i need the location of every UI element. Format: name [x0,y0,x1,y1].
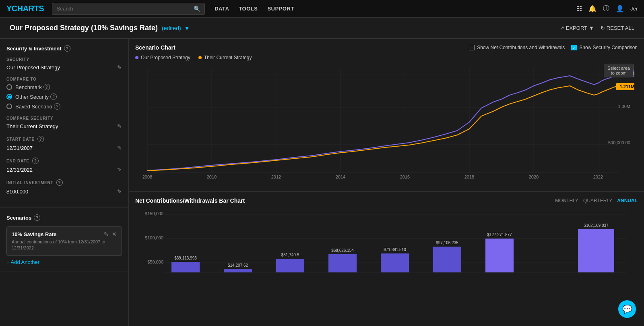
radio-benchmark[interactable]: Benchmark ? [6,84,122,90]
tab-annual[interactable]: ANNUAL [617,198,638,203]
scenarios-section-title: Scenarios ? [6,214,122,221]
svg-text:2012: 2012 [271,174,281,179]
radio-other-security-label: Other Security ? [15,93,57,100]
add-scenario-button[interactable]: + Add Another [6,259,122,265]
nav-data[interactable]: DATA [215,6,229,12]
tab-quarterly[interactable]: QUARTERLY [583,198,612,203]
bar-chart-section: Net Contributions/Withdrawals Bar Chart … [129,192,644,326]
search-bar[interactable]: 🔍 [52,3,205,15]
chart-legend: Our Proposed Strategy Their Current Stra… [135,55,638,60]
net-contributions-checkbox[interactable] [469,45,475,50]
start-date-field: START DATE ? 12/31/2007 ✎ [6,136,122,151]
radio-saved-scenario-label: Saved Scenario ? [15,103,60,110]
reset-button[interactable]: ↻ RESET ALL [601,25,634,31]
svg-text:2018: 2018 [464,174,474,179]
initial-investment-value-row: $100,000 ✎ [6,188,122,195]
scenario-actions: ✎ ✕ [104,231,117,237]
bar-chart-title: Net Contributions/Withdrawals Bar Chart [135,197,245,204]
security-section-label: Security & Investment [6,46,62,52]
sub-header: Our Proposed Strategy (10% Savings Rate)… [0,18,644,39]
top-nav: YCHARTS 🔍 DATA TOOLS SUPPORT ☷ 🔔 ⓘ 👤 Jer [0,0,644,18]
logo-text: CHARTS [12,4,44,13]
nav-tools[interactable]: TOOLS [239,6,258,12]
bar-3 [328,254,357,272]
scenario-item: 10% Savings Rate ✎ ✕ Annual contribution… [6,226,122,256]
zoom-hint: Select areato zoom [604,64,634,77]
notification-icon[interactable]: 🔔 [588,5,597,12]
net-contributions-control[interactable]: Show Net Contributions and Withdrawals [469,45,565,50]
bar-7 [578,229,614,272]
export-button[interactable]: ↗ EXPORT ▼ [560,25,594,31]
bar-chart-header: Net Contributions/Withdrawals Bar Chart … [135,197,638,204]
end-date-help-icon[interactable]: ? [32,158,39,164]
legend-dot-proposed [135,56,138,59]
svg-text:$39,113,993: $39,113,993 [174,256,197,260]
end-date-value-row: 12/31/2022 ✎ [6,166,122,173]
show-security-checkbox[interactable]: ✓ [571,45,577,50]
tab-monthly[interactable]: MONTHLY [555,198,578,203]
proposed-strategy-line [147,74,618,170]
start-date-edit-icon[interactable]: ✎ [117,145,122,151]
radio-saved-scenario-circle [6,104,12,109]
scenarios-help-icon[interactable]: ? [34,214,40,221]
svg-text:$71,891.510: $71,891.510 [384,247,406,252]
initial-investment-edit-icon[interactable]: ✎ [117,188,122,195]
show-security-control[interactable]: ✓ Show Security Comparison [571,45,638,50]
bar-chart-svg: .bar-grid { stroke: #333; stroke-width: … [135,208,634,289]
content-area: Scenario Chart Show Net Contributions an… [129,39,644,326]
svg-text:$162,169.037: $162,169.037 [584,223,609,228]
scenarios-section: Scenarios ? 10% Savings Rate ✎ ✕ Annual … [0,208,128,272]
end-date-field: END DATE ? 12/31/2022 ✎ [6,158,122,173]
saved-scenario-help-icon[interactable]: ? [54,103,60,110]
other-security-text: Other Security [15,94,49,100]
initial-investment-text: INITIAL INVESTMENT [6,181,53,185]
radio-saved-scenario[interactable]: Saved Scenario ? [6,103,122,110]
security-investment-section: Security & Investment ? SECURITY Our Pro… [0,39,128,208]
radio-other-security[interactable]: Other Security ? [6,93,122,100]
sub-header-right: ↗ EXPORT ▼ ↻ RESET ALL [560,25,634,31]
checkbox-check-icon: ✓ [572,46,576,50]
compare-security-edit-icon[interactable]: ✎ [117,123,122,129]
chart-title: Scenario Chart [135,44,175,51]
scenario-chart-section: Scenario Chart Show Net Contributions an… [129,39,644,192]
user-avatar[interactable]: 👤 [616,5,624,12]
bar-1 [224,269,252,272]
bar-2 [276,259,304,272]
scenario-chart-svg[interactable]: .grid-line { stroke: #333; stroke-width:… [135,64,634,181]
svg-text:2016: 2016 [400,174,410,179]
start-date-text: START DATE [6,137,35,141]
net-contributions-label: Show Net Contributions and Withdrawals [477,45,565,50]
bar-4 [381,253,409,272]
search-icon: 🔍 [194,6,200,12]
svg-text:2022: 2022 [593,174,603,179]
export-icon: ↗ [560,25,564,31]
initial-investment-value: $100,000 [6,189,28,195]
search-input[interactable] [56,6,194,12]
export-caret-icon: ▼ [589,25,594,31]
initial-investment-field: INITIAL INVESTMENT ? $100,000 ✎ [6,179,122,195]
initial-investment-help-icon[interactable]: ? [56,179,63,186]
help-icon[interactable]: ⓘ [603,4,609,13]
other-security-help-icon[interactable]: ? [50,93,57,100]
edit-title[interactable]: (edited) ▼ [162,25,190,31]
sidebar: Security & Investment ? SECURITY Our Pro… [0,39,129,326]
radio-benchmark-circle [6,84,12,90]
legend-current: Their Current Strategy [198,55,252,60]
benchmark-help-icon[interactable]: ? [43,84,50,90]
legend-label-proposed: Our Proposed Strategy [141,55,190,60]
nav-support[interactable]: SUPPORT [267,6,294,12]
chat-bubble-button[interactable]: 💬 [618,300,636,318]
start-date-label: START DATE ? [6,136,122,142]
scenario-delete-icon[interactable]: ✕ [112,231,117,237]
scenario-edit-icon[interactable]: ✎ [104,231,109,237]
svg-text:$51,740.5: $51,740.5 [281,253,299,257]
end-date-edit-icon[interactable]: ✎ [117,166,122,173]
svg-text:2020: 2020 [529,174,539,179]
svg-text:$100,000: $100,000 [145,235,163,240]
chat-icon[interactable]: ☷ [576,5,582,12]
security-edit-icon[interactable]: ✎ [117,64,122,71]
logo[interactable]: YCHARTS [6,4,44,13]
start-date-help-icon[interactable]: ? [37,136,44,142]
benchmark-text: Benchmark [15,84,42,90]
security-help-icon[interactable]: ? [64,45,70,52]
